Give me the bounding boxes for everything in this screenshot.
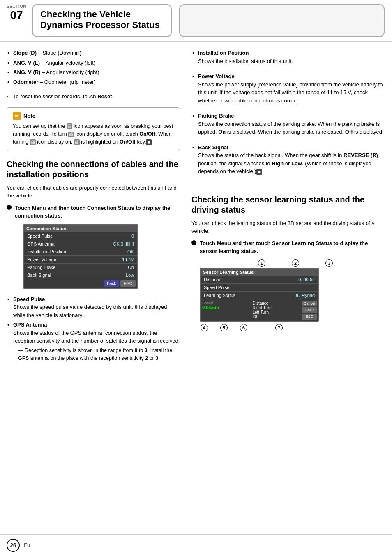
table-row: Power Voltage 14.4V	[24, 255, 137, 263]
connections-heading: Checking the connections of cables and t…	[7, 159, 180, 180]
header-title-box: Checking the Vehicle Dynamics Processor …	[32, 4, 172, 37]
power-voltage-item: Power Voltage Shows the power supply (re…	[191, 72, 385, 105]
back-button2[interactable]: Back	[302, 307, 317, 313]
end-marker: ■	[146, 139, 152, 145]
back-signal-item: Back Signal Shows the status of the back…	[191, 143, 385, 176]
gps-sub: — Reception sensitivity is shown in the …	[18, 347, 180, 363]
cs-value: 0	[95, 232, 137, 240]
callout-3: 3	[325, 259, 333, 267]
section-badge: Section 07	[0, 4, 30, 37]
list-item: ANG. V (L) – Angular velocity (left)	[7, 58, 180, 68]
sensor-intro: You can check the learning status of the…	[191, 219, 385, 235]
instruction-text: Touch Menu and then touch Connection Sta…	[15, 204, 180, 220]
sensor-section: Checking the sensor learning status and …	[191, 182, 385, 331]
table-row: GPS Antenna OK:3 ||||||||	[24, 240, 137, 248]
table-row: Parking Brake On	[24, 263, 137, 271]
item-list: Speed Pulse Shows the speed pulse value …	[7, 294, 180, 364]
cs-value: On	[95, 263, 137, 271]
note-title: ✏ Note	[13, 112, 174, 120]
cs-value: OK:3 ||||||||	[95, 240, 137, 248]
ss-value: 3D Hybrid	[270, 291, 318, 299]
list-item: Odometer – Odometer (trip meter)	[7, 77, 180, 87]
connection-status-screen: Connection Status Speed Pulse 0 GPS Ante…	[23, 224, 138, 289]
cancel-button[interactable]: Cancel	[302, 301, 317, 306]
page-title: Checking the Vehicle Dynamics Processor …	[40, 9, 164, 31]
installation-position-item: Installation Position Shows the installa…	[191, 48, 385, 66]
settings-icon3: 齒	[30, 139, 36, 145]
page-number: 26	[7, 539, 20, 552]
ss-right-row: 30	[253, 315, 300, 319]
ss-bottom: Speed 0.0km/h Distance Right Turn Lef	[201, 299, 318, 321]
right-column: Installation Position Shows the installa…	[187, 42, 385, 534]
cs-value: Low	[95, 271, 137, 279]
callout-5: 5	[220, 324, 228, 331]
cs-label: Parking Brake	[24, 263, 95, 271]
cs-label: Power Voltage	[24, 255, 95, 263]
cs-value: 14.4V	[95, 255, 137, 263]
parking-brake-item: Parking Brake Shows the connection statu…	[191, 111, 385, 137]
sensor-instruction-text: Touch Menu and then touch Sensor Learnin…	[200, 239, 385, 255]
speed-pulse-item: Speed Pulse Shows the speed pulse value …	[7, 294, 180, 320]
cs-label: Back Signal	[24, 271, 95, 279]
sensor-instruction: Touch Menu and then touch Sensor Learnin…	[191, 239, 385, 255]
ss-speed-panel: Speed 0.0km/h	[201, 299, 251, 321]
ss-right-panel: Distance Right Turn Left Turn 30	[251, 299, 301, 321]
esc-button2[interactable]: ESC	[302, 314, 317, 320]
ss-label: Speed Pulse	[201, 283, 270, 291]
note-icon: ✏	[13, 112, 21, 120]
ss-buttons: Cancel Back ESC	[301, 299, 318, 321]
ss-label: Learning Status	[201, 291, 270, 299]
back-button[interactable]: Back	[104, 280, 119, 287]
table-row: Distance 0. 000m	[201, 276, 318, 284]
table-row: Installation Position OK	[24, 248, 137, 255]
settings-icon2: 齒	[68, 132, 74, 137]
bullet-dot	[7, 205, 12, 210]
cs-value: OK	[95, 248, 137, 255]
settings-icon: 齒	[67, 123, 72, 129]
ss-distance-label: Distance	[253, 301, 269, 306]
ss-table: Distance 0. 000m Speed Pulse — Learning …	[201, 276, 318, 299]
ss-label: Distance	[201, 276, 270, 284]
callout-top-row: 1 2 3	[257, 259, 385, 267]
connections-intro: You can check that cables are properly c…	[7, 184, 180, 200]
callout-1: 1	[258, 259, 265, 267]
ss-speed-label: Speed	[202, 301, 249, 305]
header-image	[179, 4, 385, 37]
table-row: Speed Pulse 0	[24, 232, 137, 240]
list-item: Slope (D) – Slope (Downhill)	[7, 48, 180, 58]
callout-bottom-row: 4 5 6 7	[200, 324, 385, 331]
feature-list: Slope (D) – Slope (Downhill) ANG. V (L) …	[7, 48, 180, 87]
page-header: Section 07 Checking the Vehicle Dynamics…	[0, 0, 392, 42]
cs-buttons: Back ESC	[24, 279, 137, 288]
page-footer: 26 En	[0, 534, 392, 556]
right-item-list: Installation Position Shows the installa…	[191, 48, 385, 176]
ss-left-turn-label: Left Turn	[253, 310, 269, 315]
instruction-1: Touch Menu and then touch Connection Sta…	[7, 204, 180, 220]
ss-right-row: Distance	[253, 301, 300, 306]
end-marker2: ■	[256, 169, 262, 175]
main-content: Slope (D) – Slope (Downhill) ANG. V (L) …	[0, 42, 392, 534]
esc-button[interactable]: ESC	[120, 280, 136, 287]
table-row: Speed Pulse —	[201, 283, 318, 291]
ss-value-30: 30	[253, 315, 257, 319]
callout-2: 2	[292, 259, 299, 267]
cs-label: GPS Antenna	[24, 240, 95, 248]
ss-value: —	[270, 283, 318, 291]
page: Section 07 Checking the Vehicle Dynamics…	[0, 0, 392, 556]
ss-right-turn-label: Right Turn	[253, 306, 272, 310]
ss-right-row: Left Turn	[253, 310, 300, 315]
gps-antenna-item: GPS Antenna Shows the status of the GPS …	[7, 320, 180, 363]
cs-label: Speed Pulse	[24, 232, 95, 240]
ss-title: Sensor Learning Status	[201, 269, 318, 276]
table-row: Back Signal Low	[24, 271, 137, 279]
table-row: Learning Status 3D Hybrid	[201, 291, 318, 299]
lang-label: En	[24, 542, 30, 548]
section-label: Section	[7, 4, 26, 9]
note-text: You can set up that the 齒 icon appears a…	[13, 123, 174, 146]
sensor-heading: Checking the sensor learning status and …	[191, 195, 385, 215]
note-box: ✏ Note You can set up that the 齒 icon ap…	[7, 107, 180, 151]
settings-icon4: 齒	[74, 139, 80, 145]
reset-item: To reset the session records, touch Rese…	[7, 92, 180, 102]
reset-list: To reset the session records, touch Rese…	[7, 92, 180, 102]
section-number: 07	[10, 9, 23, 21]
